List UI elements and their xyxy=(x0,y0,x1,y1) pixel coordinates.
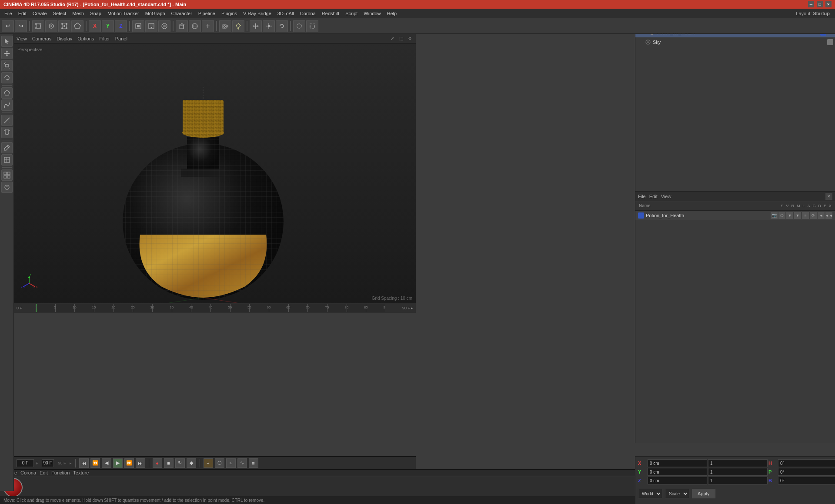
redo-button[interactable]: ↪ xyxy=(15,20,27,32)
coord-x-scale[interactable] xyxy=(708,459,768,467)
attribute-object-row[interactable]: Potion_for_Health 📷 ⬡ ▼ ▼ ≡ ⟳ ◄ ◄◄ xyxy=(635,211,835,220)
vp-menu-options[interactable]: Options xyxy=(77,36,94,41)
render-to-po[interactable] xyxy=(158,20,170,32)
vp-menu-filter[interactable]: Filter xyxy=(99,36,110,41)
motion-button[interactable]: ≈ xyxy=(226,458,236,468)
coord-z-scale[interactable] xyxy=(708,477,768,484)
coord-scale-dropdown[interactable]: Scale xyxy=(665,489,689,498)
attr-icon-1[interactable]: 📷 xyxy=(771,212,778,219)
coord-y-rot[interactable] xyxy=(778,468,835,476)
attr-menu-file[interactable]: File xyxy=(638,194,646,199)
menu-create[interactable]: Create xyxy=(30,10,50,17)
prev-frame-button[interactable]: ⏪ xyxy=(90,458,100,468)
attr-icon-6[interactable]: ⟳ xyxy=(810,212,817,219)
render-region[interactable] xyxy=(145,20,157,32)
coord-system-dropdown[interactable]: World xyxy=(638,489,662,498)
vp-menu-panel[interactable]: Panel xyxy=(115,36,127,41)
menu-plugins[interactable]: Plugins xyxy=(219,10,240,17)
attr-icon-5[interactable]: ≡ xyxy=(802,212,809,219)
attr-menu-edit[interactable]: Edit xyxy=(649,194,658,199)
attr-close-icon[interactable]: ✕ xyxy=(825,193,832,200)
attr-icon-3[interactable]: ▼ xyxy=(786,212,793,219)
points-mode[interactable] xyxy=(45,20,57,32)
menu-corona[interactable]: Corona xyxy=(297,10,318,17)
edges-mode[interactable] xyxy=(58,20,70,32)
left-tool-polygon[interactable] xyxy=(1,87,13,99)
left-tool-move[interactable] xyxy=(1,48,13,59)
left-tool-texture[interactable] xyxy=(1,154,13,166)
scale-tool[interactable] xyxy=(263,20,275,32)
left-tool-spline[interactable] xyxy=(1,99,13,111)
menu-redshift[interactable]: Redshift xyxy=(319,10,342,17)
menu-edit[interactable]: Edit xyxy=(16,10,29,17)
camera-tool[interactable] xyxy=(219,20,231,32)
menu-script[interactable]: Script xyxy=(343,10,360,17)
auto-key-button[interactable]: ⬡ xyxy=(215,458,224,468)
attr-menu-view[interactable]: View xyxy=(661,194,671,199)
viewport-settings-icon[interactable]: ⚙ xyxy=(406,35,413,42)
keyframe-button[interactable]: ◆ xyxy=(187,458,196,468)
mat-menu-function[interactable]: Function xyxy=(51,470,70,475)
loop-button[interactable]: ↻ xyxy=(175,458,185,468)
left-tool-magnet[interactable] xyxy=(1,127,13,138)
menu-window[interactable]: Window xyxy=(361,10,383,17)
left-tool-rotate[interactable] xyxy=(1,72,13,83)
y-axis-button[interactable]: Y xyxy=(102,20,114,32)
close-button[interactable]: ✕ xyxy=(825,1,832,7)
move-tool[interactable] xyxy=(250,20,262,32)
coord-x-pos[interactable] xyxy=(648,459,707,467)
coord-z-pos[interactable] xyxy=(648,477,707,484)
tag-sky[interactable] xyxy=(827,39,833,45)
attr-icon-7[interactable]: ◄ xyxy=(818,212,825,219)
x-axis-button[interactable]: X xyxy=(89,20,101,32)
apply-button[interactable]: Apply xyxy=(692,489,715,498)
object-row-sky[interactable]: Sky xyxy=(635,37,835,47)
mat-menu-corona[interactable]: Corona xyxy=(20,470,36,475)
menu-mesh[interactable]: Mesh xyxy=(70,10,87,17)
vp-menu-view[interactable]: View xyxy=(17,36,27,41)
play-button[interactable]: ▶ xyxy=(113,458,123,468)
current-frame-input[interactable] xyxy=(17,459,34,467)
left-tool-grid[interactable] xyxy=(1,169,13,181)
maximize-button[interactable]: □ xyxy=(817,1,823,7)
coord-y-scale[interactable] xyxy=(708,468,768,476)
left-tool-selection[interactable] xyxy=(1,36,13,47)
menu-motion-tracker[interactable]: Motion Tracker xyxy=(105,10,142,17)
left-tool-paint[interactable] xyxy=(1,142,13,153)
light-tool[interactable] xyxy=(232,20,244,32)
add-key-button[interactable]: + xyxy=(204,458,213,468)
coord-y-pos[interactable] xyxy=(648,468,707,476)
attr-icon-8[interactable]: ◄◄ xyxy=(825,212,832,219)
cube-primitive[interactable] xyxy=(176,20,188,32)
vp-menu-display[interactable]: Display xyxy=(57,36,72,41)
viewport-fullscreen-icon[interactable]: ⬚ xyxy=(397,35,404,42)
attr-icon-2[interactable]: ⬡ xyxy=(778,212,785,219)
menu-pipeline[interactable]: Pipeline xyxy=(196,10,218,17)
viewport-expand-icon[interactable]: ⤢ xyxy=(389,35,396,42)
menu-vray[interactable]: V-Ray Bridge xyxy=(240,10,274,17)
record-button[interactable]: ● xyxy=(153,458,162,468)
sphere-primitive[interactable] xyxy=(189,20,201,32)
attr-icon-4[interactable]: ▼ xyxy=(794,212,801,219)
undo-button[interactable]: ↩ xyxy=(2,20,14,32)
next-frame-button[interactable]: ⏩ xyxy=(124,458,134,468)
timeline-button[interactable]: ≡ xyxy=(249,458,258,468)
menu-3dto[interactable]: 3DToAll xyxy=(275,10,297,17)
timeline-ruler[interactable]: 051015202530354045505560657075808590 xyxy=(36,304,385,312)
vp-menu-cameras[interactable]: Cameras xyxy=(32,36,52,41)
rotate-tool[interactable] xyxy=(276,20,288,32)
z-axis-button[interactable]: Z xyxy=(115,20,127,32)
goto-start-button[interactable]: ⏮ xyxy=(79,458,89,468)
add-primitive[interactable]: + xyxy=(202,20,214,32)
menu-mograph[interactable]: MoGraph xyxy=(143,10,168,17)
goto-end-button[interactable]: ⏭ xyxy=(136,458,145,468)
view-object-button[interactable] xyxy=(132,20,144,32)
polygons-mode[interactable] xyxy=(71,20,84,32)
left-tool-scale[interactable] xyxy=(1,60,13,71)
viewport[interactable]: View Cameras Display Options Filter Pane… xyxy=(14,34,416,303)
menu-snap[interactable]: Snap xyxy=(87,10,104,17)
lasso-select[interactable] xyxy=(293,20,305,32)
coord-x-rot[interactable] xyxy=(778,459,835,467)
minimize-button[interactable]: ─ xyxy=(808,1,814,7)
menu-help[interactable]: Help xyxy=(384,10,399,17)
